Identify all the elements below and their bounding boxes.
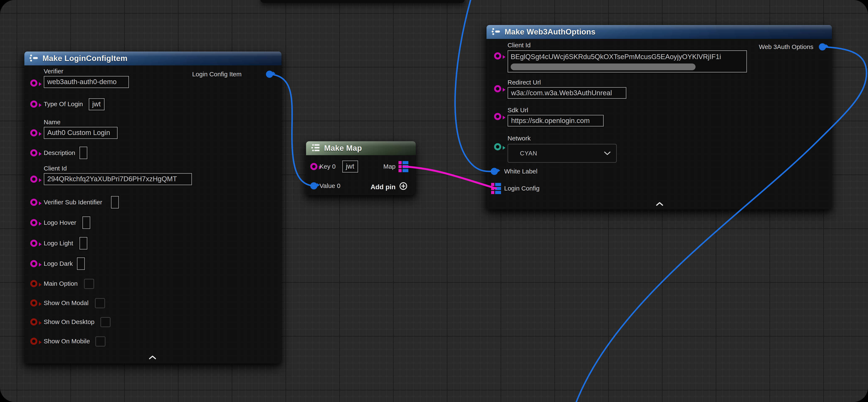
chevron-down-icon [604, 150, 611, 157]
collapse-chevron-icon[interactable] [656, 202, 663, 207]
input-pin-verifier-sub-identifier[interactable] [30, 199, 37, 206]
network-dropdown[interactable]: CYAN [507, 144, 617, 163]
node-header[interactable]: Make LoginConfigItem [24, 52, 281, 65]
input-pin-logo-hover[interactable] [30, 219, 37, 226]
input-pin-client-id[interactable] [494, 52, 501, 59]
node-title: Make LoginConfigItem [42, 54, 127, 63]
input-pin-key-0[interactable] [310, 163, 317, 170]
input-pin-main-option[interactable] [30, 280, 37, 287]
output-pin-label: Web 3Auth Options [759, 43, 813, 51]
node-make-web3auth-options[interactable]: Make Web3AuthOptions Web 3Auth Options C… [487, 25, 832, 209]
input-pin-show-on-mobile[interactable] [30, 338, 37, 345]
pin-label-value-0: Value 0 [319, 182, 341, 190]
pin-label-network: Network [507, 135, 531, 142]
pin-label-verifier: Verifier [44, 67, 63, 75]
sdk-url-field[interactable]: https://sdk.openlogin.com [507, 115, 604, 126]
pin-label-client-id: Client Id [44, 165, 67, 172]
pin-label-description: Description [44, 149, 75, 156]
description-field[interactable] [80, 147, 87, 159]
input-pin-verifier[interactable] [30, 80, 37, 87]
client-id-field[interactable]: 294QRkchfq2YaXUbPri7D6PH7xzHgQMT [44, 173, 192, 185]
add-pin-label: Add pin [371, 183, 396, 191]
pin-label-type-of-login: Type Of Login [44, 100, 83, 108]
pin-label-key-0: Key 0 [319, 163, 336, 170]
type-of-login-field[interactable]: jwt [89, 98, 104, 110]
pin-label-name: Name [44, 118, 61, 126]
node-header[interactable]: Make Map [306, 141, 416, 155]
input-pin-logo-dark[interactable] [30, 260, 37, 267]
collapse-chevron-icon[interactable] [149, 355, 156, 361]
pin-label-show-on-mobile: Show On Mobile [44, 338, 90, 345]
main-option-checkbox[interactable] [84, 279, 94, 289]
verifier-field[interactable]: web3auth-auth0-demo [44, 76, 129, 88]
pin-label-sdk-url: Sdk Url [507, 106, 528, 114]
show-on-desktop-checkbox[interactable] [100, 317, 111, 327]
pin-label-logo-light: Logo Light [44, 239, 73, 247]
input-pin-show-on-modal[interactable] [30, 299, 37, 307]
logo-dark-field[interactable] [77, 257, 85, 270]
pin-label-main-option: Main Option [44, 280, 78, 287]
node-make-login-config-item[interactable]: Make LoginConfigItem Login Config Item V… [24, 52, 281, 364]
pin-label-login-config: Login Config [504, 184, 539, 192]
logo-hover-field[interactable] [82, 217, 90, 229]
node-title: Make Map [324, 144, 362, 153]
client-id-text: BEglQSgt4cUWcj6SKRdu5QkOXTsePmMcusG5EAoy… [508, 51, 746, 62]
pin-label-verifier-sub-identifier: Verifier Sub Identifier [44, 199, 102, 206]
output-pin-label-map: Map [383, 163, 396, 170]
verifier-sub-identifier-field[interactable] [111, 196, 119, 208]
client-id-field[interactable]: BEglQSgt4cUWcj6SKRdu5QkOXTsePmMcusG5EAoy… [507, 50, 747, 73]
pin-label-logo-dark: Logo Dark [44, 260, 73, 267]
input-pin-logo-light[interactable] [30, 240, 37, 247]
pin-label-white-label: White Label [504, 168, 537, 175]
input-pin-name[interactable] [30, 129, 37, 137]
input-pin-client-id[interactable] [30, 176, 37, 183]
input-pin-network[interactable] [494, 143, 501, 150]
node-make-map[interactable]: Make Map Key 0 jwt Map Value 0 Add pin [306, 141, 416, 195]
logo-light-field[interactable] [80, 237, 87, 250]
input-pin-sdk-url[interactable] [494, 113, 501, 120]
output-pin-label: Login Config Item [192, 70, 242, 78]
pin-label-show-on-modal: Show On Modal [44, 299, 88, 307]
pin-label-redirect-url: Redirect Url [507, 79, 541, 86]
input-pin-type-of-login[interactable] [30, 100, 37, 108]
pin-label-logo-hover: Logo Hover [44, 219, 76, 226]
offscreen-node-edge [260, 0, 465, 3]
make-struct-icon [492, 27, 500, 37]
pin-label-show-on-desktop: Show On Desktop [44, 318, 95, 326]
network-selected-value: CYAN [520, 150, 537, 157]
make-map-icon [311, 143, 320, 153]
show-on-mobile-checkbox[interactable] [95, 336, 105, 346]
show-on-modal-checkbox[interactable] [95, 298, 105, 308]
node-title: Make Web3AuthOptions [504, 28, 595, 36]
name-field[interactable]: Auth0 Custom Login [44, 127, 118, 139]
blueprint-graph-canvas[interactable]: Make LoginConfigItem Login Config Item V… [0, 0, 868, 402]
input-pin-redirect-url[interactable] [494, 85, 501, 92]
make-struct-icon [29, 54, 38, 63]
add-pin-plus-icon [399, 182, 408, 192]
input-pin-description[interactable] [30, 149, 37, 156]
node-header[interactable]: Make Web3AuthOptions [487, 25, 832, 39]
key-0-field[interactable]: jwt [342, 161, 358, 173]
add-pin-button[interactable]: Add pin [371, 182, 408, 192]
pin-label-client-id: Client Id [507, 41, 531, 49]
client-id-scrollbar[interactable] [511, 63, 695, 70]
input-pin-show-on-desktop[interactable] [30, 318, 37, 325]
redirect-url-field[interactable]: w3a://com.w3a.Web3AuthUnreal [507, 87, 626, 99]
